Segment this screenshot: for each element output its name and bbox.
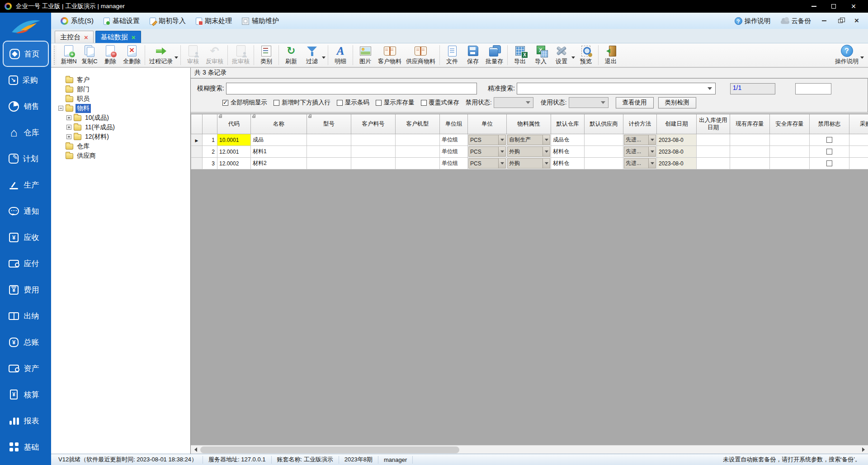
checkbox-show-all-details[interactable]: 全部明细显示	[222, 99, 267, 107]
col-customer-part[interactable]: 客户料号	[351, 114, 396, 134]
disable-flag-cell[interactable]	[810, 146, 849, 158]
name-cell[interactable]: 成品	[251, 134, 307, 146]
row-selector-cell[interactable]	[191, 158, 203, 169]
checkbox-insert-below[interactable]: 新增时下方插入行	[274, 99, 330, 107]
inner-close-button[interactable]	[850, 16, 863, 26]
tree-item-material-10[interactable]: 10(成品)	[51, 113, 190, 122]
table-cell-empty[interactable]	[307, 134, 351, 146]
col-unit-group[interactable]: 单位组	[440, 114, 468, 134]
table-cell-empty[interactable]	[697, 134, 730, 146]
disable-flag-checkbox[interactable]	[826, 137, 832, 143]
col-name[interactable]: 名称	[251, 114, 307, 134]
dropdown-arrow-icon[interactable]	[648, 135, 656, 145]
dropdown-arrow-icon[interactable]	[648, 159, 656, 168]
sidebar-item-production[interactable]: 生产	[3, 172, 49, 198]
sidebar-item-notification[interactable]: 通知	[3, 198, 49, 224]
col-current-stock[interactable]: 现有库存量	[730, 114, 770, 134]
disable-flag-checkbox[interactable]	[826, 149, 832, 155]
menu-initial-import[interactable]: 期初导入	[145, 15, 191, 27]
fuzzy-search-input[interactable]	[226, 83, 477, 94]
new-button[interactable]: 新增N	[58, 44, 79, 66]
table-row[interactable]: 2 12.0001 材料1 单位组 PCS 外购 材料仓 先进...	[191, 146, 868, 158]
inner-restore-button[interactable]	[834, 16, 847, 26]
col-create-date[interactable]: 创建日期	[657, 114, 697, 134]
table-cell-empty[interactable]	[770, 134, 810, 146]
tree-item-supplier[interactable]: 供应商	[51, 151, 190, 160]
table-row[interactable]: 3 12.0002 材料2 单位组 PCS 外购 材料仓 先进...	[191, 158, 868, 169]
menu-period-end[interactable]: 期末处理	[191, 15, 237, 27]
col-unit[interactable]: 单位	[468, 114, 507, 134]
table-cell-empty[interactable]	[396, 158, 440, 169]
precise-search-combobox[interactable]	[517, 83, 716, 94]
create-date-cell[interactable]: 2023-08-0	[657, 158, 697, 169]
sidebar-item-expense[interactable]: 费用	[3, 277, 49, 303]
material-attr-cell[interactable]: 外购	[507, 146, 551, 158]
cloud-backup-button[interactable]: 云备份	[777, 15, 815, 27]
table-cell-empty[interactable]	[351, 158, 396, 169]
table-cell-empty[interactable]	[697, 146, 730, 158]
unit-cell[interactable]: PCS	[468, 146, 507, 158]
tab-close-icon[interactable]: ×	[132, 34, 136, 41]
delete-all-button[interactable]: 全删除	[121, 44, 143, 66]
supplier-material-button[interactable]: 供应商物料	[404, 44, 438, 66]
audit-button[interactable]: 审核	[183, 44, 203, 66]
unit-cell[interactable]: PCS	[468, 158, 507, 169]
category-button[interactable]: 类别	[256, 44, 277, 66]
category-check-button[interactable]: 类别检测	[658, 97, 696, 108]
detail-button[interactable]: 明细	[330, 44, 351, 66]
table-cell-empty[interactable]	[396, 134, 440, 146]
tree-item-material[interactable]: 物料	[51, 103, 190, 113]
horizontal-scrollbar[interactable]	[191, 445, 868, 454]
dropdown-caret-icon[interactable]	[860, 56, 864, 61]
view-usage-button[interactable]: 查看使用	[616, 97, 654, 108]
expand-expander-icon[interactable]	[66, 115, 71, 120]
costing-cell[interactable]: 先进...	[623, 158, 657, 169]
unit-cell[interactable]: PCS	[468, 134, 507, 146]
exit-button[interactable]: 退出	[600, 44, 621, 66]
table-cell-empty[interactable]	[849, 134, 868, 146]
batch-save-button[interactable]: 批量存	[483, 44, 505, 66]
scrollbar-thumb[interactable]	[200, 446, 459, 453]
menu-basic-settings[interactable]: 基础设置	[99, 15, 145, 27]
scroll-right-button[interactable]	[859, 446, 868, 454]
sidebar-item-asset[interactable]: 资产	[3, 355, 49, 381]
table-cell-empty[interactable]	[849, 158, 868, 169]
tree-item-customer[interactable]: 客户	[51, 75, 190, 85]
file-button[interactable]: 文件	[442, 44, 462, 66]
dropdown-caret-icon[interactable]	[175, 56, 178, 61]
toolbar-help-button[interactable]: 操作说明	[833, 44, 861, 66]
table-cell-empty[interactable]	[730, 146, 770, 158]
sidebar-item-warehouse[interactable]: 仓库	[3, 119, 49, 146]
minimize-button[interactable]	[804, 0, 824, 12]
table-cell-empty[interactable]	[730, 158, 770, 169]
refresh-button[interactable]: 刷新	[281, 44, 302, 66]
settings-button[interactable]: 设置	[551, 44, 572, 66]
table-cell-empty[interactable]	[770, 146, 810, 158]
collapse-expander-icon[interactable]	[58, 106, 63, 111]
sidebar-item-cashier[interactable]: 出纳	[3, 303, 49, 329]
unaudit-button[interactable]: 反审核	[203, 44, 226, 66]
checkbox-show-stock[interactable]: 显示库存量	[376, 99, 415, 107]
col-disable-flag[interactable]: 禁用标志	[810, 114, 849, 134]
scroll-left-button[interactable]	[191, 446, 199, 454]
sidebar-item-general-ledger[interactable]: 总账	[3, 329, 49, 355]
table-cell-empty[interactable]	[697, 158, 730, 169]
expand-expander-icon[interactable]	[66, 125, 71, 130]
sidebar-item-report[interactable]: 报表	[3, 408, 49, 434]
table-cell-empty[interactable]	[307, 146, 351, 158]
disable-flag-checkbox[interactable]	[826, 160, 832, 166]
create-date-cell[interactable]: 2023-08-0	[657, 134, 697, 146]
help-menu-button[interactable]: 操作说明	[731, 15, 774, 27]
inner-minimize-button[interactable]	[817, 16, 831, 26]
dropdown-arrow-icon[interactable]	[542, 147, 550, 156]
create-date-cell[interactable]: 2023-08-0	[657, 146, 697, 158]
col-row-number[interactable]	[203, 114, 217, 134]
warehouse-cell[interactable]: 材料仓	[551, 146, 585, 158]
import-button[interactable]: 导入	[530, 44, 551, 66]
tree-item-material-12[interactable]: 12(材料)	[51, 132, 190, 141]
tab-basic-data[interactable]: 基础数据×	[95, 31, 141, 43]
delete-button[interactable]: 删除	[100, 44, 121, 66]
warehouse-cell[interactable]: 材料仓	[551, 158, 585, 169]
material-attr-cell[interactable]: 自制生产	[507, 134, 551, 146]
costing-cell[interactable]: 先进...	[623, 146, 657, 158]
